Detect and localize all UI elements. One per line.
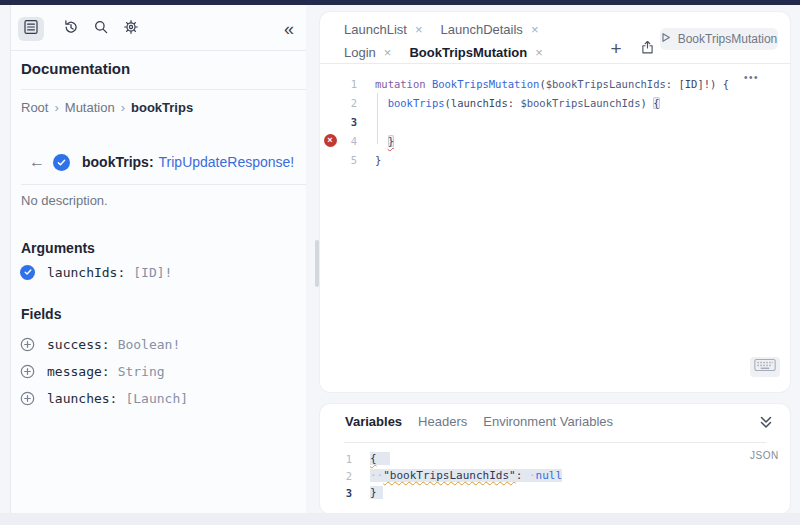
tab-headers[interactable]: Headers (418, 414, 467, 429)
collapse-panel-button[interactable] (758, 414, 774, 434)
field-name: message: (47, 364, 110, 379)
documentation-title: Documentation (21, 60, 130, 77)
field-row-message[interactable]: message: String (20, 362, 165, 380)
back-arrow-icon[interactable]: ← (29, 153, 53, 171)
operation-tabs-header: LaunchList × LaunchDetails × Login × Boo… (320, 12, 790, 64)
language-badge: JSON (750, 450, 779, 461)
operation-tabs: LaunchList × LaunchDetails × Login × Boo… (344, 18, 588, 64)
history-tab-button[interactable] (58, 17, 84, 41)
close-icon[interactable]: × (531, 22, 539, 37)
add-tab-button[interactable]: + (606, 38, 626, 60)
overflow-menu-icon[interactable]: ••• (744, 72, 759, 83)
code-line-4[interactable]: × 4 } (320, 131, 790, 150)
run-operation-button[interactable]: BookTripsMutation (660, 28, 778, 50)
field-header: ← bookTrips: TripUpdateResponse! (29, 152, 294, 172)
code-text: bookTrips(launchIds: $bookTripsLaunchIds… (375, 97, 660, 109)
close-icon[interactable]: × (384, 45, 392, 60)
breadcrumb-separator: › (121, 100, 125, 115)
argument-name: launchIds: (47, 265, 125, 280)
book-icon (22, 18, 40, 40)
share-button[interactable] (636, 38, 658, 60)
breadcrumb-booktrips: bookTrips (131, 100, 193, 115)
tab-booktripsmutation[interactable]: BookTripsMutation × (409, 41, 542, 64)
tab-variables[interactable]: Variables (345, 414, 402, 429)
field-type[interactable]: [Launch] (125, 391, 188, 406)
divider (21, 89, 306, 90)
gear-icon (122, 18, 140, 40)
field-row-launches[interactable]: launches: [Launch] (20, 389, 188, 407)
search-tab-button[interactable] (88, 17, 114, 41)
divider (21, 184, 306, 185)
code-text: { (370, 452, 390, 465)
close-icon[interactable]: × (415, 22, 423, 37)
argument-row[interactable]: launchIds: [ID]! (20, 263, 172, 281)
code-text: mutation BookTripsMutation($bookTripsLau… (375, 78, 729, 90)
breadcrumb-separator: › (54, 100, 58, 115)
argument-type[interactable]: [ID]! (133, 265, 172, 280)
add-field-icon[interactable] (20, 337, 35, 352)
code-text: } (375, 154, 381, 166)
divider (11, 50, 306, 51)
settings-tab-button[interactable] (118, 17, 144, 41)
variables-panel-tabs: Variables Headers Environment Variables (345, 414, 613, 429)
add-field-icon[interactable] (20, 391, 35, 406)
divider (344, 442, 766, 443)
field-name: launches: (47, 391, 117, 406)
code-line-1[interactable]: 1 mutation BookTripsMutation($bookTripsL… (320, 74, 790, 93)
code-line-2[interactable]: 2 bookTrips(launchIds: $bookTripsLaunchI… (320, 93, 790, 112)
json-line-3[interactable]: 3 } (320, 484, 790, 501)
code-text: } (370, 486, 383, 499)
history-clock-icon (62, 18, 80, 40)
field-name: success: (47, 337, 110, 352)
share-icon (639, 39, 656, 60)
json-line-2[interactable]: 2 ··"bookTripsLaunchIds": ·null (320, 467, 790, 484)
tab-login[interactable]: Login × (344, 41, 391, 64)
code-text: ··"bookTripsLaunchIds": ·null (370, 469, 562, 482)
documentation-tab-button[interactable] (18, 17, 44, 41)
breadcrumb-root[interactable]: Root (21, 100, 48, 115)
field-type[interactable]: Boolean! (118, 337, 181, 352)
no-description-text: No description. (21, 193, 108, 208)
keyboard-shortcuts-button[interactable] (750, 357, 780, 377)
run-button-label: BookTripsMutation (678, 32, 778, 46)
field-type[interactable]: String (118, 364, 165, 379)
field-name: bookTrips: (82, 154, 154, 170)
add-field-icon[interactable] (20, 364, 35, 379)
collapse-panel-icon[interactable]: « (284, 17, 294, 41)
code-text: } (375, 135, 394, 147)
arguments-heading: Arguments (21, 240, 95, 256)
operation-editor-panel: LaunchList × LaunchDetails × Login × Boo… (320, 12, 790, 392)
tab-launchlist[interactable]: LaunchList × (344, 18, 422, 41)
selected-check-icon[interactable] (53, 154, 70, 171)
keyboard-icon (754, 358, 776, 376)
argument-check-icon[interactable] (20, 265, 35, 280)
code-line-5[interactable]: 5 } (320, 150, 790, 169)
play-icon (661, 32, 671, 46)
fields-heading: Fields (21, 306, 61, 322)
panel-resize-handle[interactable] (315, 240, 319, 287)
breadcrumb-mutation[interactable]: Mutation (65, 100, 115, 115)
variables-panel: Variables Headers Environment Variables … (320, 404, 790, 514)
sidebar-icon-rail: « (11, 17, 306, 43)
field-type-link[interactable]: TripUpdateResponse! (159, 154, 295, 170)
breadcrumb: Root›Mutation›bookTrips (21, 100, 193, 115)
double-chevron-down-icon (758, 416, 774, 433)
json-line-1[interactable]: 1 { (320, 450, 790, 467)
code-line-3[interactable]: 3 (320, 112, 790, 131)
search-icon (92, 18, 110, 40)
field-row-success[interactable]: success: Boolean! (20, 335, 180, 353)
close-icon[interactable]: × (535, 45, 543, 60)
tab-launchdetails[interactable]: LaunchDetails × (440, 18, 538, 41)
documentation-panel: « Documentation Root›Mutation›bookTrips … (10, 5, 306, 514)
error-icon[interactable]: × (324, 134, 337, 147)
window-bottom-edge (0, 513, 800, 525)
tab-environment-variables[interactable]: Environment Variables (483, 414, 613, 429)
